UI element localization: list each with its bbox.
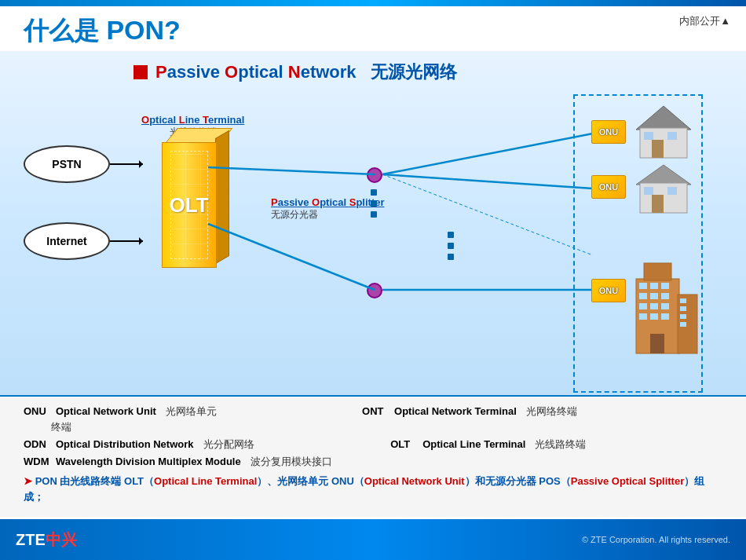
svg-rect-32 <box>680 298 686 303</box>
svg-rect-20 <box>661 283 669 289</box>
onu-box-2: ONU <box>591 175 626 199</box>
olt-label-en: Optical Line Terminal <box>141 114 244 126</box>
splitter-label-cn: 无源分光器 <box>271 208 385 221</box>
footer-logo: ZTE中兴 <box>16 529 77 551</box>
svg-rect-14 <box>644 187 653 195</box>
svg-rect-9 <box>644 132 653 140</box>
title-cn-text: 什么是 <box>24 16 99 45</box>
svg-line-2 <box>382 134 593 174</box>
onu-label-1: ONU <box>591 120 626 144</box>
footer-copyright: © ZTE Corporation. All rights reserved. <box>582 535 730 544</box>
svg-rect-26 <box>661 303 669 309</box>
onu-box-3: ONU <box>591 279 626 302</box>
olt-text: OLT <box>170 193 209 218</box>
top-band <box>0 0 746 6</box>
internet-arrow <box>110 240 143 242</box>
abbr-wdm: WDM Wavelength Division Multiplex Module… <box>24 455 332 469</box>
svg-rect-19 <box>650 283 658 289</box>
svg-rect-8 <box>652 140 664 158</box>
svg-rect-22 <box>650 293 658 299</box>
pon-title: Passive Optical Network <box>155 62 357 82</box>
svg-rect-35 <box>680 322 686 327</box>
footer: ZTE中兴 © ZTE Corporation. All rights rese… <box>0 519 746 560</box>
svg-marker-11 <box>636 165 691 185</box>
page-title: 什么是 PON? <box>24 16 181 45</box>
olt-box: OLT <box>162 142 225 268</box>
abbr-olt: OLT Optical Line Terminal 光线路终端 <box>390 437 586 452</box>
splitter-label-en: Passive Optical Splitter <box>271 196 385 208</box>
pon-banner: Passive Optical Network 无源光网络 <box>133 60 730 84</box>
building-icon <box>628 247 707 357</box>
pstn-arrow <box>110 163 143 165</box>
svg-rect-29 <box>661 313 669 320</box>
onu-label-3: ONU <box>591 279 626 302</box>
pstn-node: PSTN <box>24 145 110 183</box>
dots-right <box>448 232 454 260</box>
title-en-text: PON? <box>99 15 181 45</box>
pon-bullet-icon <box>133 65 148 79</box>
olt-area: Optical Line Terminal 光线路终端 OLT <box>141 114 244 268</box>
svg-rect-21 <box>639 293 647 299</box>
title-area: 什么是 PON? <box>24 14 181 49</box>
svg-rect-17 <box>644 263 671 280</box>
svg-rect-18 <box>639 283 647 289</box>
splitter-node-top <box>367 167 382 183</box>
pon-cn-title: 无源光网络 <box>371 60 457 84</box>
splitter-label: Passive Optical Splitter 无源分光器 <box>271 196 385 221</box>
abbr-odn: ODN Optical Distribution Network 光分配网络 <box>24 437 254 452</box>
abbr-row-1b: 终端 <box>24 420 722 434</box>
dots-center <box>371 189 377 218</box>
svg-rect-28 <box>650 313 658 320</box>
abbr-ont: ONT Optical Network Terminal 光网络终端 <box>362 404 577 419</box>
svg-rect-27 <box>639 313 647 320</box>
abbr-row-1: ONU Optical Network Unit 光网络单元 ONT Optic… <box>24 404 722 419</box>
olt-box-front: OLT <box>162 142 217 268</box>
pon-description: ➤ PON 由光线路终端 OLT（Optical Line Terminal）、… <box>24 474 722 504</box>
svg-rect-23 <box>661 293 669 299</box>
svg-rect-13 <box>652 195 664 213</box>
svg-marker-6 <box>636 106 691 130</box>
onu-label-2: ONU <box>591 175 626 199</box>
house-icon-2 <box>628 161 699 220</box>
svg-rect-25 <box>650 303 658 309</box>
svg-rect-33 <box>680 306 686 311</box>
svg-rect-15 <box>667 187 677 195</box>
olt-box-right <box>215 130 229 264</box>
house-icon-1 <box>628 102 699 165</box>
svg-line-5 <box>382 174 593 255</box>
splitter-node-bottom <box>367 283 382 298</box>
svg-rect-34 <box>680 314 686 319</box>
top-right-label: 内部公开▲ <box>679 14 730 28</box>
bottom-panel: ONU Optical Network Unit 光网络单元 ONT Optic… <box>0 395 746 517</box>
internet-node: Internet <box>24 222 110 260</box>
svg-line-3 <box>382 174 593 188</box>
svg-rect-24 <box>639 303 647 309</box>
svg-rect-30 <box>650 334 664 353</box>
abbr-row-2: ODN Optical Distribution Network 光分配网络 O… <box>24 437 722 452</box>
onu-box-1: ONU <box>591 120 626 144</box>
abbr-row-3: WDM Wavelength Division Multiplex Module… <box>24 455 722 469</box>
abbr-onu: ONU Optical Network Unit 光网络单元 <box>24 404 217 419</box>
svg-rect-10 <box>667 132 677 140</box>
